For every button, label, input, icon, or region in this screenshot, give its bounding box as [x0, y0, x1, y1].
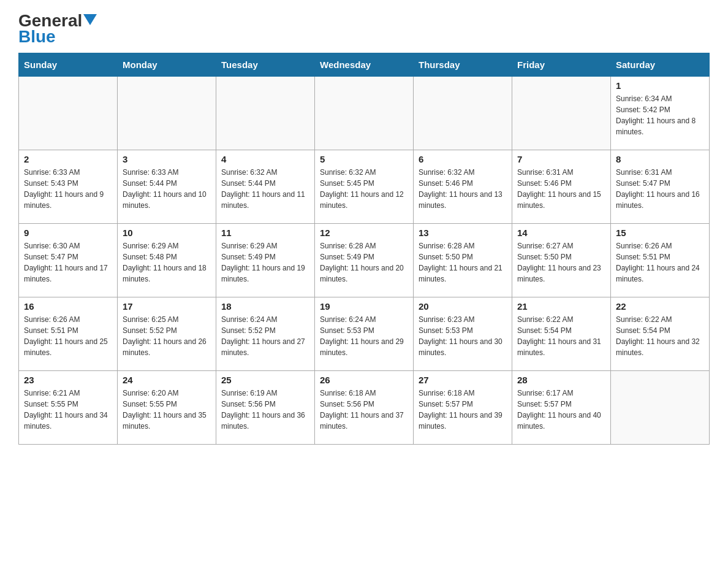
day-info: Sunrise: 6:17 AMSunset: 5:57 PMDaylight:… — [517, 388, 605, 432]
logo-sub-text: Blue — [18, 27, 56, 47]
day-info: Sunrise: 6:26 AMSunset: 5:51 PMDaylight:… — [24, 314, 112, 358]
day-cell: 4Sunrise: 6:32 AMSunset: 5:44 PMDaylight… — [216, 150, 315, 224]
day-info: Sunrise: 6:29 AMSunset: 5:48 PMDaylight:… — [123, 240, 211, 285]
column-header-thursday: Thursday — [414, 53, 512, 77]
week-row-5: 23Sunrise: 6:21 AMSunset: 5:55 PMDayligh… — [19, 371, 710, 445]
column-header-wednesday: Wednesday — [315, 53, 414, 77]
day-number: 7 — [517, 154, 605, 164]
day-cell: 10Sunrise: 6:29 AMSunset: 5:48 PMDayligh… — [118, 224, 216, 297]
column-header-saturday: Saturday — [611, 53, 710, 77]
day-number: 11 — [221, 228, 309, 238]
day-number: 9 — [24, 228, 112, 238]
day-number: 8 — [616, 154, 704, 164]
day-info: Sunrise: 6:22 AMSunset: 5:54 PMDaylight:… — [517, 314, 605, 358]
week-row-3: 9Sunrise: 6:30 AMSunset: 5:47 PMDaylight… — [19, 224, 710, 297]
day-cell: 16Sunrise: 6:26 AMSunset: 5:51 PMDayligh… — [19, 297, 118, 371]
day-info: Sunrise: 6:26 AMSunset: 5:51 PMDaylight:… — [616, 240, 704, 285]
day-number: 26 — [320, 375, 408, 385]
day-info: Sunrise: 6:34 AMSunset: 5:42 PMDaylight:… — [616, 93, 704, 137]
day-cell — [414, 77, 512, 150]
day-number: 17 — [123, 301, 211, 312]
day-info: Sunrise: 6:28 AMSunset: 5:49 PMDaylight:… — [320, 240, 408, 285]
day-cell: 22Sunrise: 6:22 AMSunset: 5:54 PMDayligh… — [611, 297, 710, 371]
column-header-monday: Monday — [118, 53, 216, 77]
day-cell: 14Sunrise: 6:27 AMSunset: 5:50 PMDayligh… — [512, 224, 611, 297]
day-cell: 9Sunrise: 6:30 AMSunset: 5:47 PMDaylight… — [19, 224, 118, 297]
day-number: 1 — [616, 80, 704, 91]
day-cell: 25Sunrise: 6:19 AMSunset: 5:56 PMDayligh… — [216, 371, 315, 445]
day-number: 16 — [24, 301, 112, 312]
day-number: 22 — [616, 301, 704, 312]
day-cell: 28Sunrise: 6:17 AMSunset: 5:57 PMDayligh… — [512, 371, 611, 445]
day-cell: 13Sunrise: 6:28 AMSunset: 5:50 PMDayligh… — [414, 224, 512, 297]
day-info: Sunrise: 6:23 AMSunset: 5:53 PMDaylight:… — [419, 314, 507, 358]
day-cell: 7Sunrise: 6:31 AMSunset: 5:46 PMDaylight… — [512, 150, 611, 224]
day-cell: 3Sunrise: 6:33 AMSunset: 5:44 PMDaylight… — [118, 150, 216, 224]
day-info: Sunrise: 6:19 AMSunset: 5:56 PMDaylight:… — [221, 388, 309, 432]
day-info: Sunrise: 6:29 AMSunset: 5:49 PMDaylight:… — [221, 240, 309, 285]
day-info: Sunrise: 6:33 AMSunset: 5:43 PMDaylight:… — [24, 167, 112, 211]
day-cell — [216, 77, 315, 150]
day-number: 18 — [221, 301, 309, 312]
svg-marker-0 — [83, 14, 97, 25]
day-number: 24 — [123, 375, 211, 385]
day-cell: 19Sunrise: 6:24 AMSunset: 5:53 PMDayligh… — [315, 297, 414, 371]
day-cell — [512, 77, 611, 150]
day-number: 12 — [320, 228, 408, 238]
day-cell — [118, 77, 216, 150]
logo-triangle-icon — [83, 14, 97, 25]
day-number: 19 — [320, 301, 408, 312]
day-cell: 15Sunrise: 6:26 AMSunset: 5:51 PMDayligh… — [611, 224, 710, 297]
week-row-2: 2Sunrise: 6:33 AMSunset: 5:43 PMDaylight… — [19, 150, 710, 224]
day-info: Sunrise: 6:32 AMSunset: 5:46 PMDaylight:… — [419, 167, 507, 211]
day-info: Sunrise: 6:30 AMSunset: 5:47 PMDaylight:… — [24, 240, 112, 285]
day-cell: 17Sunrise: 6:25 AMSunset: 5:52 PMDayligh… — [118, 297, 216, 371]
day-number: 25 — [221, 375, 309, 385]
day-cell: 26Sunrise: 6:18 AMSunset: 5:56 PMDayligh… — [315, 371, 414, 445]
day-cell: 23Sunrise: 6:21 AMSunset: 5:55 PMDayligh… — [19, 371, 118, 445]
day-cell: 24Sunrise: 6:20 AMSunset: 5:55 PMDayligh… — [118, 371, 216, 445]
page-header: General Blue — [18, 12, 710, 47]
day-info: Sunrise: 6:32 AMSunset: 5:45 PMDaylight:… — [320, 167, 408, 211]
day-number: 10 — [123, 228, 211, 238]
day-info: Sunrise: 6:24 AMSunset: 5:53 PMDaylight:… — [320, 314, 408, 358]
day-number: 4 — [221, 154, 309, 164]
day-cell: 11Sunrise: 6:29 AMSunset: 5:49 PMDayligh… — [216, 224, 315, 297]
logo: General Blue — [18, 12, 97, 47]
day-info: Sunrise: 6:33 AMSunset: 5:44 PMDaylight:… — [123, 167, 211, 211]
day-cell: 2Sunrise: 6:33 AMSunset: 5:43 PMDaylight… — [19, 150, 118, 224]
day-number: 28 — [517, 375, 605, 385]
day-info: Sunrise: 6:25 AMSunset: 5:52 PMDaylight:… — [123, 314, 211, 358]
day-number: 20 — [419, 301, 507, 312]
day-info: Sunrise: 6:22 AMSunset: 5:54 PMDaylight:… — [616, 314, 704, 358]
day-info: Sunrise: 6:20 AMSunset: 5:55 PMDaylight:… — [123, 388, 211, 432]
day-info: Sunrise: 6:27 AMSunset: 5:50 PMDaylight:… — [517, 240, 605, 285]
day-info: Sunrise: 6:24 AMSunset: 5:52 PMDaylight:… — [221, 314, 309, 358]
day-number: 6 — [419, 154, 507, 164]
day-number: 23 — [24, 375, 112, 385]
day-cell: 6Sunrise: 6:32 AMSunset: 5:46 PMDaylight… — [414, 150, 512, 224]
day-cell — [315, 77, 414, 150]
day-cell: 21Sunrise: 6:22 AMSunset: 5:54 PMDayligh… — [512, 297, 611, 371]
day-cell: 20Sunrise: 6:23 AMSunset: 5:53 PMDayligh… — [414, 297, 512, 371]
day-info: Sunrise: 6:32 AMSunset: 5:44 PMDaylight:… — [221, 167, 309, 211]
day-cell: 1Sunrise: 6:34 AMSunset: 5:42 PMDaylight… — [611, 77, 710, 150]
day-cell: 8Sunrise: 6:31 AMSunset: 5:47 PMDaylight… — [611, 150, 710, 224]
day-number: 5 — [320, 154, 408, 164]
calendar-header-row: SundayMondayTuesdayWednesdayThursdayFrid… — [19, 53, 710, 77]
day-info: Sunrise: 6:31 AMSunset: 5:47 PMDaylight:… — [616, 167, 704, 211]
day-number: 13 — [419, 228, 507, 238]
column-header-friday: Friday — [512, 53, 611, 77]
day-info: Sunrise: 6:31 AMSunset: 5:46 PMDaylight:… — [517, 167, 605, 211]
column-header-tuesday: Tuesday — [216, 53, 315, 77]
calendar-table: SundayMondayTuesdayWednesdayThursdayFrid… — [18, 53, 710, 445]
day-cell: 18Sunrise: 6:24 AMSunset: 5:52 PMDayligh… — [216, 297, 315, 371]
column-header-sunday: Sunday — [19, 53, 118, 77]
day-info: Sunrise: 6:28 AMSunset: 5:50 PMDaylight:… — [419, 240, 507, 285]
day-number: 2 — [24, 154, 112, 164]
day-number: 27 — [419, 375, 507, 385]
day-cell — [611, 371, 710, 445]
day-number: 15 — [616, 228, 704, 238]
day-cell: 12Sunrise: 6:28 AMSunset: 5:49 PMDayligh… — [315, 224, 414, 297]
day-cell: 5Sunrise: 6:32 AMSunset: 5:45 PMDaylight… — [315, 150, 414, 224]
